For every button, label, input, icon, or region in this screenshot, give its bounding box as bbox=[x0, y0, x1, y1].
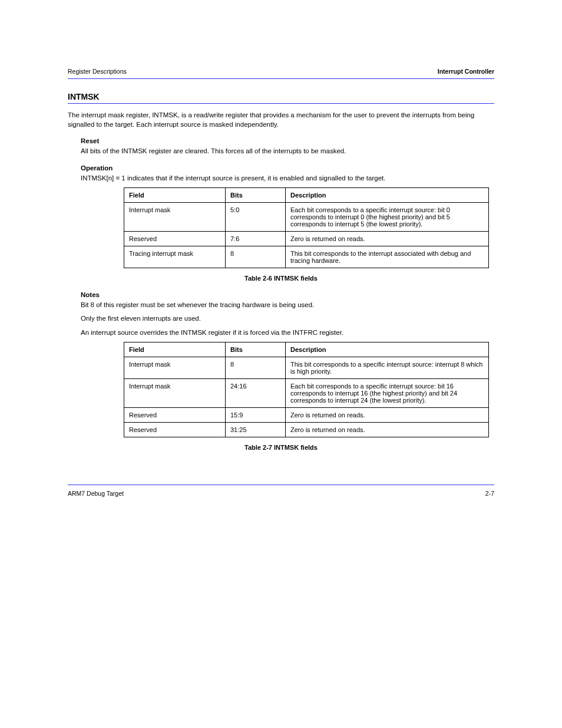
page-footer: ARM7 Debug Target 2-7 bbox=[68, 490, 494, 497]
table-cell: Interrupt mask bbox=[124, 379, 226, 408]
table-header-desc: Description bbox=[286, 342, 489, 357]
note-item: Only the first eleven interrupts are use… bbox=[81, 314, 494, 324]
table-row: Tracing interrupt mask 8 This bit corres… bbox=[124, 246, 489, 268]
table-1-caption: Table 2-6 INTMSK fields bbox=[68, 274, 494, 283]
table-header-bits: Bits bbox=[226, 188, 286, 203]
table-cell: 5:0 bbox=[226, 203, 286, 232]
table-header-row: Field Bits Description bbox=[124, 342, 489, 357]
notes-label: Notes bbox=[81, 291, 494, 298]
table-cell: 7:6 bbox=[226, 232, 286, 246]
table-row: Reserved 15:9 Zero is returned on reads. bbox=[124, 408, 489, 423]
header-divider bbox=[68, 78, 494, 79]
table-header-bits: Bits bbox=[226, 342, 286, 357]
header-left: Register Descriptions bbox=[68, 68, 127, 75]
intro-text: The interrupt mask register, INTMSK, is … bbox=[68, 111, 494, 129]
table-cell: Tracing interrupt mask bbox=[124, 246, 226, 268]
note-item: An interrupt source overrides the INTMSK… bbox=[81, 328, 494, 338]
table-cell: Reserved bbox=[124, 423, 226, 437]
section-heading: INTMSK bbox=[68, 92, 494, 101]
table-header-desc: Description bbox=[286, 188, 489, 203]
table-header-field: Field bbox=[124, 188, 226, 203]
table-1-container: Field Bits Description Interrupt mask 5:… bbox=[124, 187, 482, 268]
intmsk-table-2: Field Bits Description Interrupt mask 8 … bbox=[124, 342, 489, 437]
table-row: Interrupt mask 8 This bit corresponds to… bbox=[124, 357, 489, 379]
reset-text: All bits of the INTMSK register are clea… bbox=[81, 147, 494, 156]
table-cell: This bit corresponds to a specific inter… bbox=[286, 357, 489, 379]
table-2-caption: Table 2-7 INTMSK fields bbox=[68, 443, 494, 452]
table-cell: Interrupt mask bbox=[124, 357, 226, 379]
table-cell: Reserved bbox=[124, 408, 226, 423]
reset-label: Reset bbox=[81, 137, 494, 144]
table-row: Reserved 7:6 Zero is returned on reads. bbox=[124, 232, 489, 246]
footer-divider bbox=[68, 485, 494, 485]
header-right: Interrupt Controller bbox=[438, 68, 494, 75]
note-item: Bit 8 of this register must be set whene… bbox=[81, 301, 494, 310]
table-row: Interrupt mask 24:16 Each bit correspond… bbox=[124, 379, 489, 408]
section-divider bbox=[68, 103, 494, 104]
table-cell: Interrupt mask bbox=[124, 203, 226, 232]
table-cell: 8 bbox=[226, 246, 286, 268]
table-cell: Zero is returned on reads. bbox=[286, 408, 489, 423]
footer-left: ARM7 Debug Target bbox=[68, 490, 124, 497]
table-cell: 24:16 bbox=[226, 379, 286, 408]
table-row: Interrupt mask 5:0 Each bit corresponds … bbox=[124, 203, 489, 232]
operation-text: INTMSK[n] = 1 indicates that if the inte… bbox=[81, 174, 494, 183]
table-cell: Zero is returned on reads. bbox=[286, 423, 489, 437]
table-cell: Each bit corresponds to a specific inter… bbox=[286, 379, 489, 408]
table-cell: Reserved bbox=[124, 232, 226, 246]
table-cell: Each bit corresponds to a specific inter… bbox=[286, 203, 489, 232]
operation-label: Operation bbox=[81, 164, 494, 172]
table-header-row: Field Bits Description bbox=[124, 188, 489, 203]
table-cell: 15:9 bbox=[226, 408, 286, 423]
footer-right: 2-7 bbox=[485, 490, 494, 497]
table-cell: Zero is returned on reads. bbox=[286, 232, 489, 246]
table-2-container: Field Bits Description Interrupt mask 8 … bbox=[124, 342, 482, 437]
table-row: Reserved 31:25 Zero is returned on reads… bbox=[124, 423, 489, 437]
table-cell: 8 bbox=[226, 357, 286, 379]
table-cell: 31:25 bbox=[226, 423, 286, 437]
table-cell: This bit corresponds to the interrupt as… bbox=[286, 246, 489, 268]
intmsk-table-1: Field Bits Description Interrupt mask 5:… bbox=[124, 187, 489, 268]
page-header: Register Descriptions Interrupt Controll… bbox=[68, 68, 494, 75]
table-header-field: Field bbox=[124, 342, 226, 357]
